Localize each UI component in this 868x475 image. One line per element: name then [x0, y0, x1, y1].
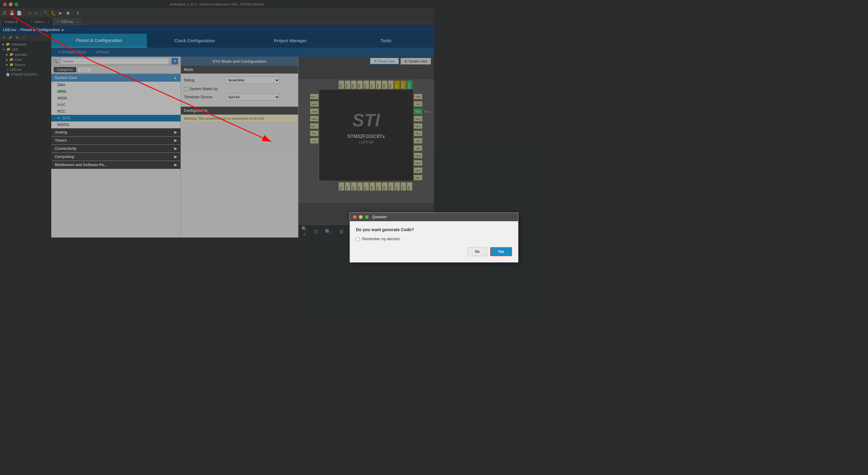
dialog-min-dot[interactable]	[359, 215, 363, 219]
dialog-question: Do you want generate Code?	[356, 227, 434, 232]
dialog-body: Do you want generate Code? Remember my d…	[350, 221, 434, 238]
dialog-titlebar: Question	[350, 213, 434, 221]
dialog-close-dot[interactable]	[353, 215, 356, 219]
dialog-remember-row: Remember my decision	[356, 237, 434, 238]
dialog-max-dot[interactable]	[365, 215, 369, 219]
dialog-remember-checkbox[interactable]	[356, 237, 360, 238]
dialog: Question Do you want generate Code? Reme…	[350, 213, 434, 238]
dialog-remember-label: Remember my decision	[362, 237, 400, 238]
dialog-title: Question	[372, 215, 387, 219]
dialog-overlay: Question Do you want generate Code? Reme…	[0, 0, 434, 238]
